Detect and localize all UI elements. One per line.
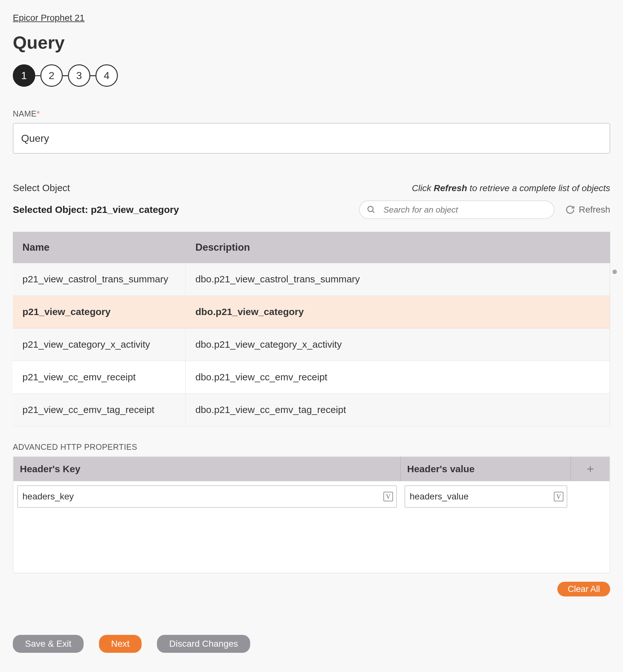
select-object-label: Select Object — [13, 182, 70, 193]
breadcrumb[interactable]: Epicor Prophet 21 — [13, 13, 610, 23]
scrollbar[interactable] — [611, 232, 619, 426]
variable-badge-icon[interactable]: V — [554, 492, 563, 501]
search-icon — [367, 205, 376, 214]
clear-all-button[interactable]: Clear All — [557, 582, 610, 597]
cell-name: p21_view_category_x_activity — [13, 329, 186, 361]
cell-name: p21_view_cc_emv_receipt — [13, 361, 186, 394]
step-1[interactable]: 1 — [13, 64, 35, 87]
header-key-input[interactable] — [17, 485, 397, 508]
search-box[interactable] — [359, 201, 555, 219]
refresh-icon — [565, 205, 575, 214]
table-row[interactable]: p21_view_cc_emv_receiptdbo.p21_view_cc_e… — [13, 361, 610, 394]
stepper: 1234 — [13, 64, 610, 87]
page-title: Query — [13, 32, 610, 53]
cell-name: p21_view_castrol_trans_summary — [13, 263, 186, 296]
cell-description: dbo.p21_view_cc_emv_tag_receipt — [186, 394, 610, 426]
svg-point-0 — [368, 207, 373, 212]
header-value-input[interactable] — [405, 485, 567, 508]
selected-object: Selected Object: p21_view_category — [13, 204, 179, 215]
cell-description: dbo.p21_view_cc_emv_receipt — [186, 361, 610, 394]
add-header-button[interactable] — [571, 457, 610, 481]
col-name: Name — [13, 242, 186, 253]
cell-description: dbo.p21_view_castrol_trans_summary — [186, 263, 610, 296]
refresh-hint: Click Refresh to retrieve a complete lis… — [412, 183, 610, 193]
cell-description: dbo.p21_view_category_x_activity — [186, 329, 610, 361]
advanced-label: ADVANCED HTTP PROPERTIES — [13, 442, 610, 452]
cell-name: p21_view_cc_emv_tag_receipt — [13, 394, 186, 426]
search-input[interactable] — [359, 201, 555, 219]
table-row[interactable]: p21_view_category_x_activitydbo.p21_view… — [13, 329, 610, 361]
step-4[interactable]: 4 — [95, 64, 118, 87]
cell-name: p21_view_category — [13, 296, 186, 329]
variable-badge-icon[interactable]: V — [383, 492, 393, 501]
object-table: Name Description p21_view_castrol_trans_… — [13, 232, 610, 426]
step-3[interactable]: 3 — [68, 64, 90, 87]
name-label: NAME* — [13, 109, 610, 118]
col-description: Description — [186, 242, 610, 253]
table-row[interactable]: p21_view_categorydbo.p21_view_category — [13, 296, 610, 329]
discard-button[interactable]: Discard Changes — [157, 635, 250, 653]
next-button[interactable]: Next — [99, 635, 142, 653]
col-header-key: Header's Key — [13, 457, 401, 481]
step-2[interactable]: 2 — [40, 64, 63, 87]
refresh-button[interactable]: Refresh — [565, 205, 610, 215]
name-input[interactable] — [13, 123, 610, 154]
table-row[interactable]: p21_view_castrol_trans_summarydbo.p21_vi… — [13, 263, 610, 296]
headers-table: Header's Key Header's value V V — [13, 456, 610, 573]
save-exit-button[interactable]: Save & Exit — [13, 635, 84, 653]
col-header-value: Header's value — [401, 457, 571, 481]
table-row[interactable]: p21_view_cc_emv_tag_receiptdbo.p21_view_… — [13, 394, 610, 426]
cell-description: dbo.p21_view_category — [186, 296, 610, 329]
scrollbar-thumb[interactable] — [613, 270, 617, 274]
svg-line-1 — [372, 211, 374, 213]
plus-icon — [586, 464, 595, 474]
